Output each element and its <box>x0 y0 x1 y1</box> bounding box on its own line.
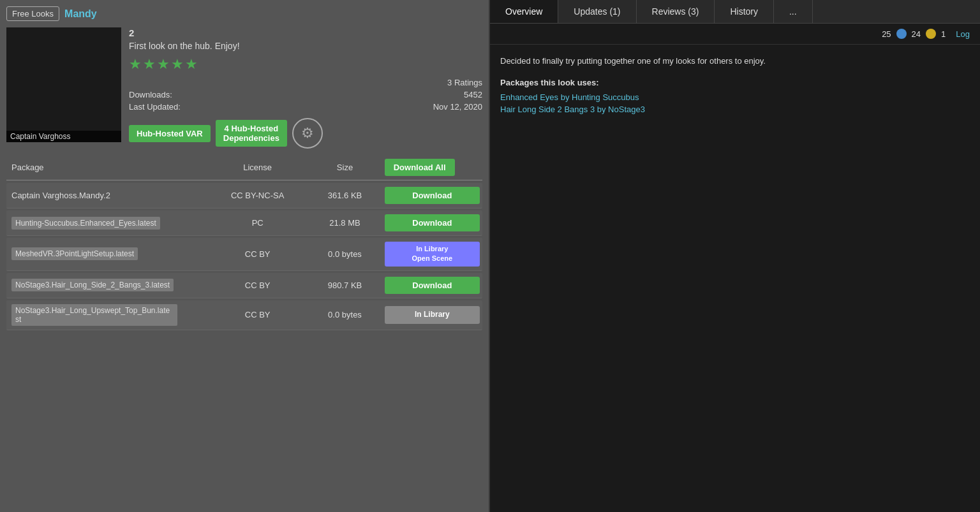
download-button[interactable]: Download <box>385 214 480 231</box>
right-panel: OverviewUpdates (1)Reviews (3)History...… <box>490 0 980 512</box>
download-all-button[interactable]: Download All <box>385 159 455 176</box>
table-header: Package License Size Download All <box>6 155 482 180</box>
package-name: Captain Varghoss.Mandy.2 <box>11 191 110 200</box>
ratings-row: 3 Ratings <box>129 78 482 87</box>
tab-updates--1-[interactable]: Updates (1) <box>558 0 636 23</box>
tab-overview[interactable]: Overview <box>490 0 558 23</box>
left-panel: Free Looks Mandy Captain Varghoss 2 Firs… <box>0 0 490 512</box>
stat-count-1: 25 <box>882 29 891 39</box>
overview-text: Decided to finally try putting together … <box>500 55 970 68</box>
in-library-open-scene-button[interactable]: In LibraryOpen Scene <box>385 242 480 267</box>
downloads-row: Downloads: 5452 <box>129 90 482 99</box>
tab-history[interactable]: History <box>715 0 774 23</box>
last-updated-label: Last Updated: <box>129 102 181 112</box>
package-name: Hunting-Succubus.Enhanced_Eyes.latest <box>11 217 160 230</box>
stat-icon-blue <box>896 29 907 39</box>
package-name-cell: Hunting-Succubus.Enhanced_Eyes.latest <box>6 217 210 230</box>
package-name: NoStage3.Hair_Long_Upswept_Top_Bun.lates… <box>11 304 177 326</box>
free-looks-badge: Free Looks <box>6 6 59 21</box>
action-cell[interactable]: In LibraryOpen Scene <box>385 242 482 267</box>
package-link[interactable]: Enhanced Eyes by Hunting Succubus <box>500 92 970 102</box>
package-name: MeshedVR.3PointLightSetup.latest <box>11 247 138 260</box>
dependencies-badge: 4 Hub-HostedDependencies <box>216 120 287 147</box>
license-cell: CC BY <box>210 310 305 319</box>
table-row: MeshedVR.3PointLightSetup.latestCC BY0.0… <box>6 238 482 271</box>
package-name-cell: NoStage3.Hair_Long_Upswept_Top_Bun.lates… <box>6 304 210 326</box>
package-name: NoStage3.Hair_Long_Side_2_Bangs_3.latest <box>11 279 174 291</box>
thumbnail: Captain Varghoss <box>6 27 121 142</box>
last-updated-value: Nov 12, 2020 <box>433 102 482 112</box>
last-updated-row: Last Updated: Nov 12, 2020 <box>129 102 482 112</box>
action-cell[interactable]: Download <box>385 277 482 294</box>
col-license-header: License <box>210 163 305 172</box>
info-right: 2 First look on the hub. Enjoy! ★ ★ ★ ★ … <box>129 27 482 149</box>
badge-row: Hub-Hosted VAR 4 Hub-HostedDependencies … <box>129 118 482 149</box>
version-number: 2 <box>129 27 482 38</box>
tab-reviews--3-[interactable]: Reviews (3) <box>637 0 715 23</box>
star-4: ★ <box>171 56 184 73</box>
stat-count-3: 1 <box>941 29 946 39</box>
download-button[interactable]: Download <box>385 277 480 294</box>
star-3: ★ <box>157 56 170 73</box>
packages-label: Packages this look uses: <box>500 78 970 87</box>
tab-bar: OverviewUpdates (1)Reviews (3)History... <box>490 0 980 24</box>
in-library-button[interactable]: In Library <box>385 306 480 324</box>
action-cell[interactable]: In Library <box>385 306 482 324</box>
stat-icon-yellow <box>926 29 936 39</box>
downloads-label: Downloads: <box>129 90 172 99</box>
package-links-list: Enhanced Eyes by Hunting SuccubusHair Lo… <box>500 92 970 114</box>
hub-hosted-badge: Hub-Hosted VAR <box>129 125 211 142</box>
title-bar: Free Looks Mandy <box>6 6 482 21</box>
gear-icon: ⚙ <box>292 118 323 149</box>
package-link[interactable]: Hair Long Side 2 Bangs 3 by NoStage3 <box>500 105 970 114</box>
size-cell: 0.0 bytes <box>305 249 384 259</box>
download-button[interactable]: Download <box>385 187 480 204</box>
size-cell: 21.8 MB <box>305 218 384 228</box>
col-size-header: Size <box>305 163 384 172</box>
stat-bar: 25 24 1 Log <box>490 24 980 45</box>
creator-name: Mandy <box>64 8 97 20</box>
size-cell: 361.6 KB <box>305 191 384 200</box>
thumbnail-label: Captain Varghoss <box>6 131 121 142</box>
action-cell[interactable]: Download <box>385 187 482 204</box>
table-row: Hunting-Succubus.Enhanced_Eyes.latestPC2… <box>6 210 482 236</box>
stat-count-2: 24 <box>912 29 921 39</box>
size-cell: 0.0 bytes <box>305 310 384 319</box>
package-name-cell: Captain Varghoss.Mandy.2 <box>6 191 210 200</box>
log-link[interactable]: Log <box>956 29 970 39</box>
info-section: Captain Varghoss 2 First look on the hub… <box>6 27 482 149</box>
tab----[interactable]: ... <box>774 0 813 23</box>
right-content: Decided to finally try putting together … <box>490 45 980 512</box>
star-5: ★ <box>185 56 198 73</box>
ratings-count: 3 Ratings <box>447 78 482 87</box>
license-cell: PC <box>210 218 305 228</box>
action-cell[interactable]: Download <box>385 214 482 231</box>
star-2: ★ <box>143 56 156 73</box>
table-row: NoStage3.Hair_Long_Upswept_Top_Bun.lates… <box>6 300 482 330</box>
tagline: First look on the hub. Enjoy! <box>129 41 482 51</box>
license-cell: CC BY <box>210 249 305 259</box>
col-package-header: Package <box>6 163 210 172</box>
star-1: ★ <box>129 56 142 73</box>
package-name-cell: NoStage3.Hair_Long_Side_2_Bangs_3.latest <box>6 279 210 291</box>
table-row: Captain Varghoss.Mandy.2CC BY-NC-SA361.6… <box>6 183 482 208</box>
star-rating: ★ ★ ★ ★ ★ <box>129 56 482 73</box>
license-cell: CC BY-NC-SA <box>210 191 305 200</box>
table-row: NoStage3.Hair_Long_Side_2_Bangs_3.latest… <box>6 273 482 298</box>
package-name-cell: MeshedVR.3PointLightSetup.latest <box>6 247 210 260</box>
downloads-value: 5452 <box>464 90 482 99</box>
size-cell: 980.7 KB <box>305 281 384 290</box>
download-all-cell[interactable]: Download All <box>385 159 482 176</box>
package-table: Captain Varghoss.Mandy.2CC BY-NC-SA361.6… <box>6 183 482 332</box>
license-cell: CC BY <box>210 281 305 290</box>
